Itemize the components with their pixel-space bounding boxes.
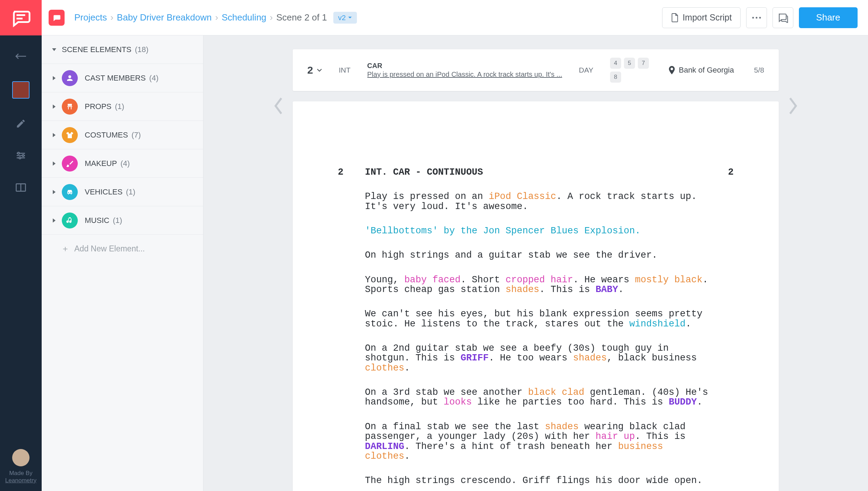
share-button[interactable]: Share [799, 7, 858, 28]
svg-point-4 [752, 17, 754, 18]
svg-point-2 [19, 157, 21, 159]
chevron-right-icon: › [110, 12, 114, 23]
triangle-right-icon [53, 105, 56, 109]
category-label: MAKEUP [85, 159, 117, 168]
crew-chip[interactable]: 7 [638, 58, 649, 69]
sidebar: SCENE ELEMENTS (18) CAST MEMBERS (4) PRO… [42, 35, 203, 491]
prev-scene-button[interactable] [273, 97, 284, 115]
category-count: (1) [113, 216, 122, 225]
scene-subtitle: Play is pressed on an iPod Classic. A ro… [367, 70, 562, 78]
breadcrumb-project[interactable]: Baby Driver Breakdown [117, 12, 212, 23]
edit-icon[interactable] [14, 117, 28, 131]
category-label: COSTUMES [85, 131, 128, 140]
chevron-right-icon: › [215, 12, 218, 23]
category-count: (7) [132, 131, 141, 140]
settings-sliders-icon[interactable] [14, 149, 28, 163]
breadcrumb-current: Scene 2 of 1 [276, 12, 327, 23]
car-icon [62, 184, 78, 200]
import-script-button[interactable]: Import Script [662, 7, 741, 28]
location[interactable]: Bank of Georgia [668, 66, 734, 75]
scene-heading: 2 INT. CAR - CONTINUOUS 2 [338, 167, 734, 177]
location-pin-icon [668, 66, 675, 74]
category-count: (1) [115, 102, 124, 111]
category-label: VEHICLES [85, 188, 123, 197]
version-dropdown[interactable]: v2 [333, 12, 357, 24]
breadcrumbs: Projects › Baby Driver Breakdown › Sched… [74, 12, 357, 24]
next-scene-button[interactable] [787, 97, 799, 115]
category-label: CAST MEMBERS [85, 74, 146, 83]
int-ext-label: INT [339, 66, 351, 74]
page-count: 5/8 [754, 66, 764, 74]
action-paragraph: On high strings and a guitar stab we see… [365, 250, 719, 260]
triangle-right-icon [53, 190, 56, 194]
category-row[interactable]: PROPS (1) [42, 92, 203, 121]
svg-point-1 [22, 155, 24, 156]
category-count: (4) [149, 74, 159, 83]
music-icon [62, 213, 78, 228]
category-label: PROPS [85, 102, 111, 111]
category-count: (1) [126, 188, 135, 197]
more-menu-button[interactable] [746, 7, 767, 28]
category-row[interactable]: MAKEUP (4) [42, 149, 203, 178]
category-row[interactable]: MUSIC (1) [42, 206, 203, 235]
action-paragraph: We can't see his eyes, but his blank exp… [365, 309, 719, 329]
svg-point-5 [756, 17, 757, 18]
comments-button[interactable] [773, 7, 793, 28]
category-label: MUSIC [85, 216, 109, 225]
back-icon[interactable] [14, 49, 28, 63]
breadcrumb-projects[interactable]: Projects [74, 12, 107, 23]
shirt-icon [62, 127, 78, 143]
made-by-label: Made By Leanometry [5, 470, 36, 484]
action-paragraph: The high strings crescendo. Griff flings… [365, 476, 719, 485]
triangle-right-icon [53, 76, 56, 80]
users-icon [62, 70, 78, 86]
music-cue: 'Bellbottoms' by the Jon Spencer Blues E… [365, 226, 719, 236]
left-rail: Made By Leanometry [0, 0, 42, 491]
crew-chip[interactable]: 4 [610, 58, 621, 69]
triangle-right-icon [53, 133, 56, 137]
add-new-element-button[interactable]: ＋ Add New Element... [42, 235, 203, 263]
action-paragraph: On a 3rd stab we see another black clad … [365, 388, 719, 407]
action-paragraph: On a final stab we see the last shades w… [365, 422, 719, 461]
svg-point-6 [759, 17, 761, 18]
action-paragraph: Young, baby faced. Short cropped hair. H… [365, 275, 719, 295]
category-row[interactable]: COSTUMES (7) [42, 121, 203, 149]
user-avatar[interactable] [12, 449, 30, 466]
breadcrumb-section[interactable]: Scheduling [222, 12, 266, 23]
crew-chip[interactable]: 8 [610, 72, 621, 83]
project-menu-button[interactable] [49, 10, 65, 26]
storyboard-icon[interactable] [14, 181, 28, 194]
triangle-right-icon [53, 218, 56, 223]
svg-point-0 [18, 152, 19, 154]
script-page: 2 INT. CAR - CONTINUOUS 2 Play is presse… [293, 101, 779, 491]
scene-title-block[interactable]: CAR Play is pressed on an iPod Classic. … [367, 62, 562, 78]
triangle-down-icon [52, 48, 56, 51]
scene-elements-header[interactable]: SCENE ELEMENTS (18) [42, 35, 203, 64]
daytime-label: DAY [579, 66, 593, 74]
action-paragraph: On a 2nd guitar stab we see a beefy (30s… [365, 343, 719, 373]
crew-chips: 4578 [610, 58, 652, 83]
brush-icon [62, 156, 78, 172]
topbar: Projects › Baby Driver Breakdown › Sched… [42, 0, 868, 35]
main-content: 2 INT CAR Play is pressed on an iPod Cla… [203, 35, 868, 491]
category-count: (4) [120, 159, 130, 168]
chevron-right-icon: › [270, 12, 273, 23]
chair-icon [62, 99, 78, 115]
app-logo[interactable] [0, 0, 42, 35]
category-row[interactable]: VEHICLES (1) [42, 178, 203, 206]
category-row[interactable]: CAST MEMBERS (4) [42, 64, 203, 92]
triangle-right-icon [53, 161, 56, 166]
scene-title: CAR [367, 62, 562, 70]
plus-icon: ＋ [61, 243, 69, 254]
scene-header-card: 2 INT CAR Play is pressed on an iPod Cla… [293, 49, 779, 91]
crew-chip[interactable]: 5 [624, 58, 635, 69]
action-paragraph: Play is pressed on an iPod Classic. A ro… [365, 192, 719, 211]
scene-number-dropdown[interactable]: 2 [307, 64, 322, 76]
project-thumbnail[interactable] [12, 81, 30, 99]
